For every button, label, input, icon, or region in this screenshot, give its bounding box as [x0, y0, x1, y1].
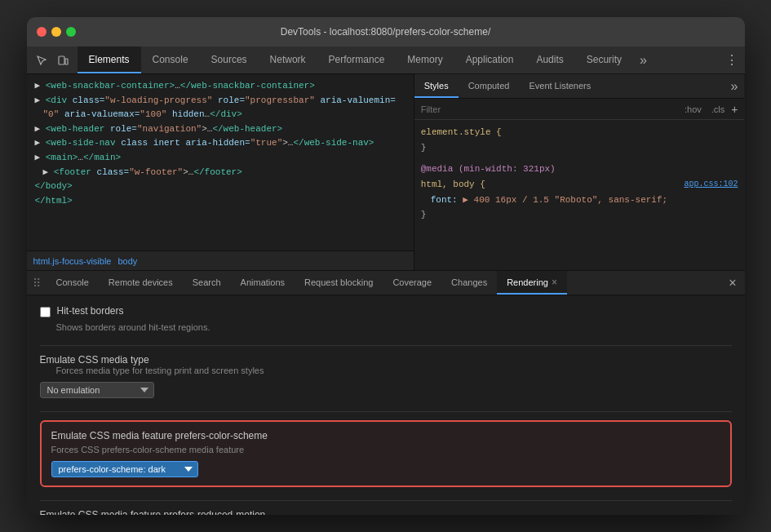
tab-console[interactable]: Console: [141, 47, 200, 73]
close-rendering-tab[interactable]: ×: [552, 277, 557, 288]
add-style-rule-button[interactable]: +: [731, 103, 738, 116]
breadcrumb: html.js-focus-visible body: [27, 250, 414, 270]
devtools-window: DevTools - localhost:8080/prefers-color-…: [27, 17, 745, 515]
divider: [40, 500, 732, 501]
styles-panel: Styles Computed Event Listeners » :hov .…: [414, 74, 745, 270]
style-source-link[interactable]: app.css:102: [684, 177, 738, 191]
dom-line: </body>: [33, 180, 407, 194]
tab-computed[interactable]: Computed: [459, 74, 520, 98]
drawer-tab-animations[interactable]: Animations: [231, 271, 295, 295]
close-button[interactable]: [37, 27, 47, 37]
emulate-prefers-color-scheme-label: Emulate CSS media feature prefers-color-…: [51, 430, 720, 441]
bottom-drawer: ⠿ Console Remote devices Search Animatio…: [27, 270, 745, 515]
rendering-panel: Hit-test borders Shows borders around hi…: [27, 295, 745, 515]
close-drawer-button[interactable]: ×: [720, 271, 744, 295]
tab-memory[interactable]: Memory: [396, 47, 454, 73]
divider: [40, 345, 732, 346]
tab-application[interactable]: Application: [454, 47, 525, 73]
main-tabs: Elements Console Sources Network Perform…: [78, 47, 634, 73]
device-toolbar-icon[interactable]: [53, 51, 73, 70]
drawer-tab-remote-devices[interactable]: Remote devices: [99, 271, 183, 295]
dom-line: "0" aria-valuemax="100" hidden…</div>: [33, 108, 407, 122]
breadcrumb-item-html[interactable]: html.js-focus-visible: [33, 256, 112, 266]
dom-line: ▶ <web-snackbar-container>…</web-snackba…: [33, 79, 407, 94]
tab-styles[interactable]: Styles: [414, 74, 459, 98]
emulate-prefers-color-scheme-select[interactable]: No emulation prefers-color-scheme: light…: [51, 461, 198, 477]
html-body-selector: html, body {: [421, 180, 485, 189]
dom-tree[interactable]: ▶ <web-snackbar-container>…</web-snackba…: [27, 74, 414, 250]
main-content: ▶ <web-snackbar-container>…</web-snackba…: [27, 74, 745, 270]
titlebar: DevTools - localhost:8080/prefers-color-…: [27, 17, 745, 47]
fullscreen-button[interactable]: [66, 27, 76, 37]
dom-line: ▶ <main>…</main>: [33, 151, 407, 166]
window-title: DevTools - localhost:8080/prefers-color-…: [281, 26, 490, 38]
dom-line: ▶ <web-side-nav class inert aria-hidden=…: [33, 136, 407, 151]
dom-panel: ▶ <web-snackbar-container>…</web-snackba…: [27, 74, 414, 270]
hov-filter-button[interactable]: :hov: [681, 104, 705, 115]
inspect-icon[interactable]: [32, 51, 51, 70]
minimize-button[interactable]: [51, 27, 61, 37]
hit-test-borders-checkbox[interactable]: [40, 307, 51, 317]
dom-line: ▶ <footer class="w-footer">…</footer>: [33, 166, 407, 180]
drawer-tab-search[interactable]: Search: [183, 271, 231, 295]
media-style-rule: @media (min-width: 321px) html, body { a…: [421, 162, 738, 223]
tab-elements[interactable]: Elements: [78, 47, 141, 73]
svg-rect-1: [65, 59, 68, 64]
emulate-css-media-type-select[interactable]: No emulation print screen: [40, 382, 154, 398]
devtools-menu-button[interactable]: ⋮: [719, 47, 745, 73]
hit-test-borders-desc: Shows borders around hit-test regions.: [56, 322, 732, 332]
media-query: @media (min-width: 321px): [421, 164, 556, 174]
toolbar-icons: [27, 47, 78, 73]
drawer-tab-coverage[interactable]: Coverage: [383, 271, 441, 295]
font-property: font:: [431, 195, 458, 205]
emulate-prefers-reduced-motion-section: Emulate CSS media feature prefers-reduce…: [40, 509, 732, 515]
emulate-css-media-type-desc: Forces media type for testing print and …: [56, 366, 732, 375]
styles-rules: element.style { } @media (min-width: 321…: [414, 120, 745, 270]
svg-rect-0: [59, 56, 64, 64]
drawer-grip-icon: ⠿: [27, 271, 47, 295]
hit-test-borders-section: Hit-test borders Shows borders around hi…: [40, 305, 732, 332]
styles-filter-input[interactable]: [421, 104, 676, 114]
tab-event-listeners[interactable]: Event Listeners: [519, 74, 600, 98]
tab-sources[interactable]: Sources: [200, 47, 259, 73]
divider: [40, 411, 732, 412]
traffic-lights: [37, 27, 76, 37]
tab-performance[interactable]: Performance: [317, 47, 397, 73]
emulate-prefers-color-scheme-desc: Forces CSS prefers-color-scheme media fe…: [51, 445, 720, 454]
styles-filter-bar: :hov .cls +: [414, 99, 745, 120]
styles-filter-buttons: :hov .cls +: [681, 103, 738, 116]
tab-audits[interactable]: Audits: [525, 47, 574, 73]
dom-line: ▶ <div class="w-loading-progress" role="…: [33, 94, 407, 109]
top-tab-bar: Elements Console Sources Network Perform…: [27, 47, 745, 74]
tab-network[interactable]: Network: [259, 47, 317, 73]
hit-test-borders-label: Hit-test borders: [57, 305, 124, 317]
emulate-css-media-type-section: Emulate CSS media type Forces media type…: [40, 354, 732, 398]
drawer-tab-rendering[interactable]: Rendering ×: [497, 271, 567, 295]
emulate-css-media-type-label: Emulate CSS media type: [40, 354, 732, 366]
dom-line: ▶ <web-header role="navigation">…</web-h…: [33, 122, 407, 137]
drawer-tab-console[interactable]: Console: [47, 271, 99, 295]
styles-tab-bar: Styles Computed Event Listeners »: [414, 74, 745, 99]
breadcrumb-item-body[interactable]: body: [117, 256, 137, 266]
hit-test-borders-row: Hit-test borders: [40, 305, 732, 317]
dom-line: </html>: [33, 194, 407, 209]
more-styles-tabs[interactable]: »: [724, 74, 745, 98]
cls-filter-button[interactable]: .cls: [708, 104, 729, 115]
emulate-prefers-color-scheme-section: Emulate CSS media feature prefers-color-…: [40, 420, 732, 487]
more-tabs-button[interactable]: »: [633, 47, 654, 73]
font-value: ▶ 400 16px / 1.5 "Roboto", sans-serif;: [463, 195, 667, 205]
element-style-rule: element.style { }: [421, 125, 738, 155]
emulate-prefers-reduced-motion-label: Emulate CSS media feature prefers-reduce…: [40, 509, 732, 515]
element-selector: element.style {: [421, 127, 502, 137]
tab-security[interactable]: Security: [575, 47, 633, 73]
drawer-tab-bar: ⠿ Console Remote devices Search Animatio…: [27, 271, 745, 295]
drawer-tab-request-blocking[interactable]: Request blocking: [295, 271, 383, 295]
emulate-css-media-type-select-row: No emulation print screen: [40, 382, 732, 398]
drawer-tab-changes[interactable]: Changes: [441, 271, 497, 295]
